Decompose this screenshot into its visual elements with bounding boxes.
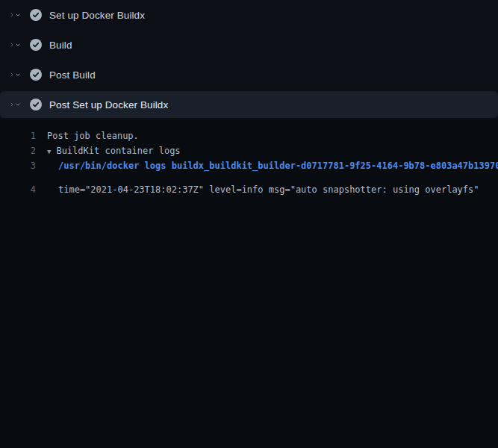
log-line-text: Post job cleanup. — [36, 128, 139, 143]
log-viewer: 1 Post job cleanup. 2 ▼BuildKit containe… — [0, 119, 498, 448]
log-line-number[interactable]: 4 — [0, 182, 36, 448]
step-label: Post Build — [49, 69, 96, 81]
check-circle-icon — [30, 69, 42, 81]
log-line: 2 ▼BuildKit container logs — [0, 143, 498, 158]
step-row-post-build[interactable]: Post Build — [0, 60, 498, 90]
log-line: 3 /usr/bin/docker logs buildx_buildkit_b… — [0, 158, 498, 173]
log-line: 4 time="2021-04-23T18:02:37Z" level=info… — [0, 173, 498, 448]
chevron-right-icon[interactable] — [9, 39, 21, 51]
step-label: Set up Docker Buildx — [49, 10, 145, 21]
chevron-right-icon[interactable] — [9, 9, 21, 21]
group-collapse-icon[interactable]: ▼ — [47, 148, 51, 155]
step-row-post-set-up-docker-buildx[interactable]: Post Set up Docker Buildx — [0, 91, 498, 118]
check-circle-icon — [30, 39, 42, 51]
log-line-text: time="2021-04-23T18:02:37Z" level=info m… — [36, 182, 479, 448]
step-row-set-up-docker-buildx[interactable]: Set up Docker Buildx — [0, 0, 498, 30]
log-line-text: ▼BuildKit container logs — [36, 143, 181, 158]
log-line-number[interactable]: 1 — [0, 128, 36, 143]
log-line-number[interactable]: 3 — [0, 158, 36, 173]
chevron-right-icon[interactable] — [9, 69, 21, 81]
step-label: Post Set up Docker Buildx — [49, 99, 168, 111]
check-circle-icon — [30, 9, 42, 21]
log-line-number[interactable]: 2 — [0, 143, 36, 158]
step-list: Set up Docker Buildx Build — [0, 0, 498, 118]
log-line: 1 Post job cleanup. — [0, 128, 498, 143]
log-line-text: /usr/bin/docker logs buildx_buildkit_bui… — [36, 158, 498, 173]
step-label: Build — [49, 40, 72, 51]
check-circle-icon — [30, 99, 42, 111]
chevron-down-icon[interactable] — [9, 99, 21, 111]
step-row-build[interactable]: Build — [0, 30, 498, 60]
